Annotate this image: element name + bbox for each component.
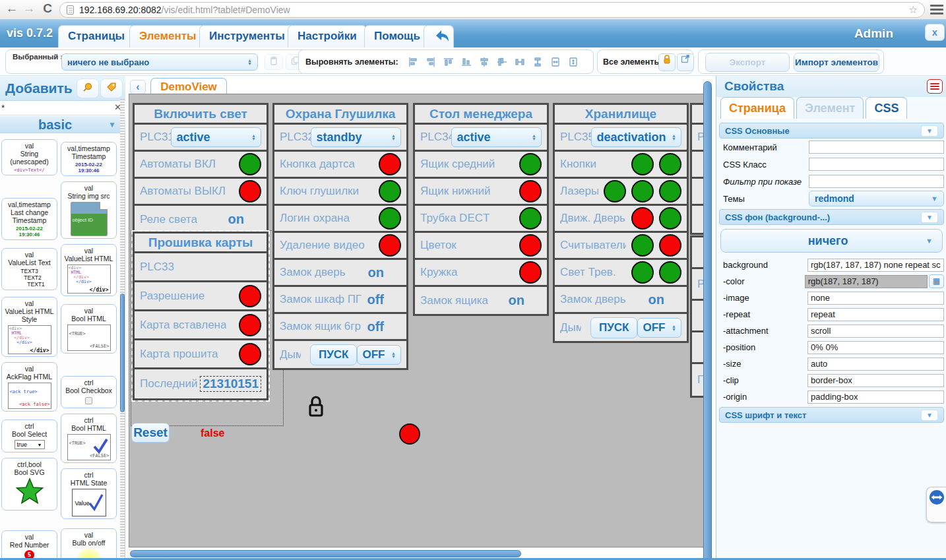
widget-card-bool-html[interactable]: ctrlBool HTML<TRUE><FALSE>	[61, 414, 117, 463]
close-button[interactable]: x	[925, 24, 945, 41]
prop-input[interactable]	[809, 175, 944, 188]
align-same-width-button[interactable]	[548, 53, 563, 71]
collapse-icon[interactable]: ▼	[921, 212, 938, 223]
start-button[interactable]: ПУСК	[590, 317, 637, 338]
theme-select[interactable]: redmond▼	[809, 191, 944, 206]
prop-input[interactable]	[807, 325, 944, 338]
reset-button[interactable]: Reset	[131, 423, 170, 443]
import-widgets-button[interactable]: Импорт элементов	[794, 53, 879, 72]
prop-input[interactable]	[807, 292, 944, 305]
collapse-icon[interactable]: ▼	[921, 125, 938, 137]
prop-input[interactable]	[807, 308, 944, 321]
view-tab-demoview[interactable]: DemoView	[150, 78, 227, 94]
widget-card-string-unescaped-[interactable]: valString (unescaped)<div>Text</	[1, 139, 57, 175]
tab-css[interactable]: CSS	[866, 97, 907, 119]
prop-input[interactable]	[809, 158, 944, 171]
row-select[interactable]: OFF▲▼	[637, 318, 681, 338]
menu-tab-settings[interactable]: Настройки	[288, 25, 367, 47]
align-align-right-button[interactable]	[424, 53, 438, 71]
widget-card-valuelist-text[interactable]: valValueList TextTEXT3TEXT2TEXT1	[1, 248, 57, 290]
panel-Хранилище[interactable]: ХранилищеPLC35deactivation▲▼КнопкиЛазеры…	[553, 103, 689, 343]
widget-card-bool-select[interactable]: ctrlBool Selecttrue▼	[1, 420, 57, 452]
browser-forward-icon[interactable]: →	[21, 1, 37, 16]
delete-widget-button[interactable]	[265, 54, 283, 70]
widget-card-timestamp[interactable]: val,timestampTimestamp2015-02-2219:30:46	[61, 142, 117, 176]
prop-input[interactable]	[809, 140, 944, 154]
align-distribute-vertical-button[interactable]	[530, 53, 545, 71]
browser-reload-icon[interactable]: C	[40, 1, 55, 16]
prop-input[interactable]	[807, 341, 944, 354]
browser-menu-icon[interactable]	[930, 5, 943, 15]
section-css-background[interactable]: CSS фон (background-...) ▼	[719, 209, 944, 225]
widget-card-bulb-on-off[interactable]: valBulb on/off	[61, 528, 117, 560]
widget-card-valuelist-html[interactable]: valValueList HTML<div> HTML </div> </div…	[61, 244, 117, 296]
canvas-surface[interactable]: Reset false Включить светPLC31active▲▼Ав…	[129, 94, 706, 547]
widget-card-last-change-timestamp[interactable]: val,timestampLast change Timestamp2015-0…	[1, 198, 57, 240]
row-select[interactable]: OFF▲▼	[357, 345, 401, 365]
color-picker-button[interactable]: ▦	[929, 274, 944, 288]
collapse-icon[interactable]: ▼	[921, 410, 938, 421]
canvas-vscrollbar-thumb[interactable]	[703, 81, 712, 560]
widget-card-string-img-src[interactable]: valString img srcobject ID	[61, 181, 117, 239]
padlock-widget[interactable]	[306, 394, 326, 422]
panel-Прошивка карты[interactable]: Прошивка картыPLC33РазрешениеКарта встав…	[133, 232, 268, 400]
background-preset-select[interactable]: ничего ▼	[720, 229, 943, 253]
widget-card-bool-checkbox[interactable]: ctrlBool Checkbox	[61, 376, 117, 408]
teamviewer-badge[interactable]	[926, 487, 946, 522]
panel-Стол менеджера[interactable]: Стол менеджераPLC34active▲▼Ящик среднийЯ…	[413, 103, 549, 316]
palette-scrollbar-thumb[interactable]	[120, 294, 125, 412]
prop-input[interactable]	[807, 358, 944, 371]
menu-tab-help[interactable]: Помощь	[364, 25, 430, 47]
lock-all-button[interactable]	[658, 53, 676, 71]
browser-back-icon[interactable]: ←	[4, 1, 20, 16]
canvas-hscrollbar-thumb[interactable]	[130, 550, 521, 557]
align-center-horizontal-button[interactable]	[495, 53, 509, 71]
start-button[interactable]: ПУСК	[310, 344, 357, 365]
properties-menu-button[interactable]	[927, 79, 943, 94]
widget-card-ackflag-html[interactable]: valAckFlag HTML<ack true><ack false>	[1, 362, 57, 412]
prop-input[interactable]	[807, 390, 944, 404]
align-same-height-button[interactable]	[566, 53, 581, 71]
palette-tag-button[interactable]	[100, 78, 123, 98]
widget-card-valuelist-html-style[interactable]: valValueList HTML Style<div> HTML </div>…	[1, 297, 57, 357]
palette-filter-input[interactable]	[1, 102, 112, 114]
widget-card-red-number[interactable]: valRed Number5	[1, 530, 57, 560]
palette-search-button[interactable]	[77, 78, 99, 98]
tab-element[interactable]: Элемент	[796, 97, 864, 119]
align-align-top-button[interactable]	[441, 53, 456, 71]
undo-button[interactable]	[424, 25, 454, 47]
section-css-main[interactable]: CSS Основные ▼	[719, 123, 944, 139]
menu-tab-elements[interactable]: Элементы	[129, 25, 206, 47]
prop-input[interactable]	[805, 275, 928, 288]
widget-card-bool-svg[interactable]: ctrl,boolBool SVG	[1, 458, 57, 511]
panel-Охрана Глушилка[interactable]: Охрана ГлушилкаPLC32standby▲▼Кнопка дарт…	[272, 103, 408, 370]
tab-page[interactable]: Страница	[720, 97, 794, 119]
row-select[interactable]: standby▲▼	[311, 127, 401, 147]
prop-input[interactable]	[807, 374, 944, 387]
open-runtime-button[interactable]	[677, 53, 694, 71]
export-widgets-button[interactable]: Экспорт элементов	[705, 53, 790, 72]
palette-group-basic[interactable]: basic ▼	[0, 115, 125, 133]
align-align-left-button[interactable]	[406, 53, 420, 71]
menu-tab-tools[interactable]: Инструменты	[199, 25, 295, 47]
pin-value[interactable]: 21310151	[200, 376, 261, 392]
url-bar[interactable]: 192.168.69.20:8082 /vis/edit.html?tablet…	[59, 2, 925, 18]
panel-row: Замок ящик 6грoff	[274, 314, 406, 341]
widget-card-html-state[interactable]: ctrlHTML StateValue	[61, 468, 117, 519]
row-select[interactable]: active▲▼	[451, 127, 542, 147]
align-center-vertical-button[interactable]	[477, 53, 491, 71]
widget-card-bool-html[interactable]: valBool HTML<TRUE><FALSE>	[61, 304, 117, 354]
panel-Включить свет[interactable]: Включить светPLC31active▲▼Автоматы ВКЛАв…	[133, 103, 268, 235]
row-select[interactable]: deactivation▲▼	[591, 127, 681, 147]
prop-input[interactable]	[807, 259, 944, 272]
menu-tab-pages[interactable]: Страницы	[58, 25, 135, 47]
row-select[interactable]: active▲▼	[171, 127, 261, 147]
bookmark-star-icon[interactable]: ☆	[909, 4, 918, 16]
views-prev-button[interactable]: ‹	[130, 80, 146, 94]
align-align-bottom-button[interactable]	[459, 53, 474, 71]
selected-element-select[interactable]: ничего не выбрано ▲▼	[61, 53, 258, 71]
align-distribute-horizontal-button[interactable]	[513, 53, 527, 71]
false-value-text[interactable]: false	[201, 427, 224, 439]
section-css-font[interactable]: CSS шрифт и текст ▼	[719, 407, 944, 423]
red-indicator-widget[interactable]	[399, 423, 420, 445]
